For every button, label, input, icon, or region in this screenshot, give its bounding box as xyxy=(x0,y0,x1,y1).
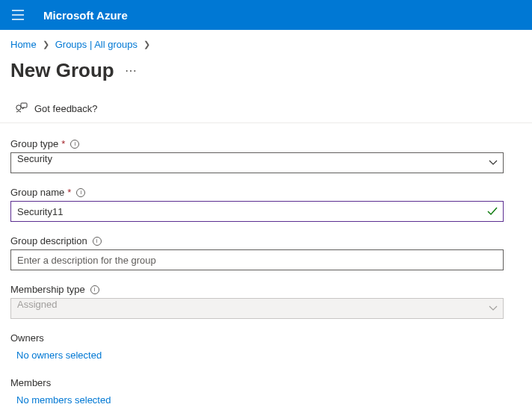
hamburger-menu-button[interactable] xyxy=(9,6,27,24)
chevron-right-icon: ❯ xyxy=(43,40,49,49)
breadcrumb-home[interactable]: Home xyxy=(10,39,37,50)
feedback-button[interactable]: Got feedback? xyxy=(0,96,532,123)
field-label: Group name * i xyxy=(10,187,522,198)
group-description-label: Group description xyxy=(10,235,87,246)
azure-topbar: Microsoft Azure xyxy=(0,0,532,30)
members-select-link[interactable]: No members selected xyxy=(10,394,522,406)
info-icon[interactable]: i xyxy=(70,140,79,149)
svg-point-3 xyxy=(16,105,21,110)
breadcrumb: Home ❯ Groups | All groups ❯ xyxy=(0,30,532,53)
group-description-input[interactable] xyxy=(10,249,504,270)
feedback-icon xyxy=(15,102,28,115)
new-group-form: Group type * i Security Group name * i G… xyxy=(0,123,532,419)
field-group-type: Group type * i Security xyxy=(10,138,522,173)
group-type-select[interactable]: Security xyxy=(10,152,504,173)
field-label: Group type * i xyxy=(10,138,522,149)
field-group-name: Group name * i xyxy=(10,187,522,222)
svg-rect-4 xyxy=(21,103,27,108)
group-name-control xyxy=(10,201,504,222)
membership-type-label: Membership type xyxy=(10,284,85,295)
info-icon[interactable]: i xyxy=(90,285,99,294)
field-membership-type: Membership type i Assigned xyxy=(10,284,522,319)
page-title: New Group xyxy=(10,59,114,82)
members-label: Members xyxy=(10,377,522,388)
more-actions-button[interactable]: ⋯ xyxy=(125,63,137,78)
owners-label: Owners xyxy=(10,332,522,344)
group-name-input[interactable] xyxy=(10,201,504,222)
owners-select-link[interactable]: No owners selected xyxy=(10,350,522,361)
group-type-value: Security xyxy=(10,152,504,173)
required-indicator: * xyxy=(61,138,65,149)
group-description-control xyxy=(10,249,504,270)
breadcrumb-groups[interactable]: Groups | All groups xyxy=(55,39,137,50)
page-title-row: New Group ⋯ xyxy=(0,53,532,96)
chevron-right-icon: ❯ xyxy=(143,40,150,49)
info-icon[interactable]: i xyxy=(93,237,102,246)
field-group-description: Group description i xyxy=(10,235,522,270)
hamburger-icon xyxy=(12,10,24,20)
brand-label: Microsoft Azure xyxy=(43,9,128,22)
group-type-label: Group type xyxy=(10,138,58,149)
membership-type-select: Assigned xyxy=(10,298,504,319)
members-section: Members No members selected xyxy=(10,377,522,406)
membership-type-value: Assigned xyxy=(10,298,504,319)
feedback-label: Got feedback? xyxy=(34,103,98,114)
owners-section: Owners No owners selected xyxy=(10,332,522,361)
info-icon[interactable]: i xyxy=(76,188,85,197)
required-indicator: * xyxy=(67,187,71,198)
field-label: Membership type i xyxy=(10,284,522,295)
group-name-label: Group name xyxy=(10,187,64,198)
field-label: Group description i xyxy=(10,235,522,246)
